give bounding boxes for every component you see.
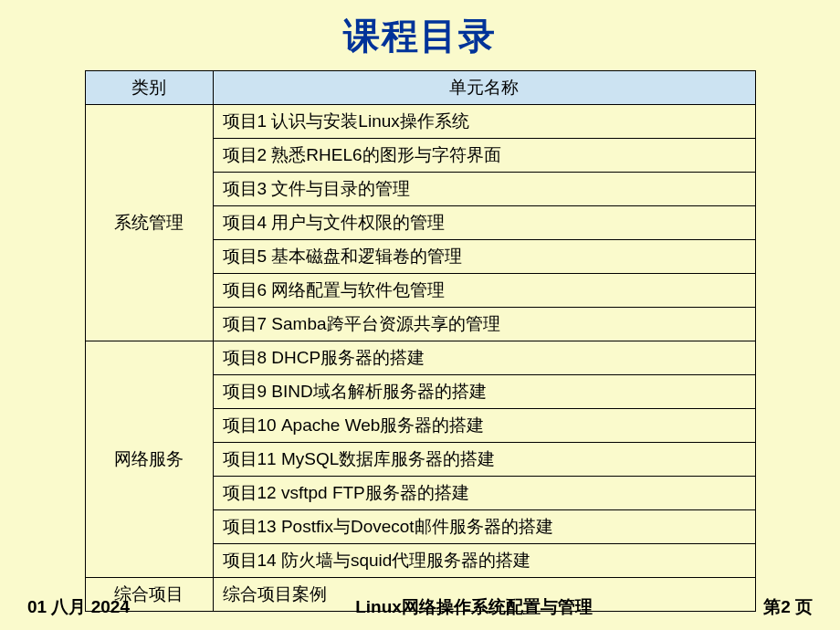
unit-cell: 项目13 Postfix与Dovecot邮件服务器的搭建 [213, 510, 755, 544]
unit-cell: 项目6 网络配置与软件包管理 [213, 274, 755, 308]
category-cell-0: 系统管理 [85, 105, 213, 341]
unit-cell: 项目5 基本磁盘和逻辑卷的管理 [213, 240, 755, 274]
unit-cell: 项目3 文件与目录的管理 [213, 173, 755, 206]
course-table: 类别 单元名称 系统管理 项目1 认识与安装Linux操作系统 项目2 熟悉RH… [85, 70, 756, 612]
unit-cell: 项目8 DHCP服务器的搭建 [213, 341, 755, 375]
table-body: 系统管理 项目1 认识与安装Linux操作系统 项目2 熟悉RHEL6的图形与字… [85, 105, 755, 612]
header-unit-name: 单元名称 [213, 71, 755, 105]
footer-page-number: 第2 页 [763, 595, 813, 619]
unit-cell: 项目11 MySQL数据库服务器的搭建 [213, 443, 755, 477]
unit-cell: 项目2 熟悉RHEL6的图形与字符界面 [213, 139, 755, 173]
header-category: 类别 [85, 71, 213, 105]
table-row: 系统管理 项目1 认识与安装Linux操作系统 [85, 105, 755, 139]
table-row: 网络服务 项目8 DHCP服务器的搭建 [85, 341, 755, 375]
unit-cell: 项目12 vsftpd FTP服务器的搭建 [213, 477, 755, 510]
footer-date: 01 八月 2024 [27, 595, 130, 619]
unit-cell: 项目10 Apache Web服务器的搭建 [213, 409, 755, 443]
unit-cell: 项目7 Samba跨平台资源共享的管理 [213, 308, 755, 341]
unit-cell: 项目9 BIND域名解析服务器的搭建 [213, 375, 755, 409]
category-cell-1: 网络服务 [85, 341, 213, 578]
table-header-row: 类别 单元名称 [85, 71, 755, 105]
footer-center-text: Linux网络操作系统配置与管理 [130, 595, 763, 619]
unit-cell: 项目14 防火墙与squid代理服务器的搭建 [213, 544, 755, 578]
slide-footer: 01 八月 2024 Linux网络操作系统配置与管理 第2 页 [0, 595, 840, 619]
unit-cell: 项目4 用户与文件权限的管理 [213, 206, 755, 240]
table-container: 类别 单元名称 系统管理 项目1 认识与安装Linux操作系统 项目2 熟悉RH… [0, 70, 840, 612]
unit-cell: 项目1 认识与安装Linux操作系统 [213, 105, 755, 139]
slide-title: 课程目录 [0, 0, 840, 70]
